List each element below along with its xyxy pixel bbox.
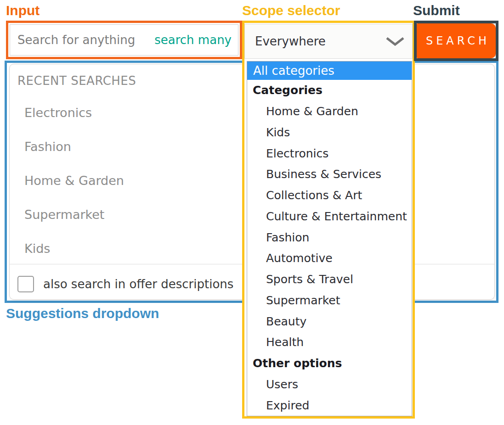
scope-option[interactable]: Electronics <box>247 143 412 164</box>
scope-option[interactable]: Sports & Travel <box>247 269 412 290</box>
offer-descriptions-label: also search in offer descriptions <box>43 277 233 291</box>
scope-option[interactable]: Expired <box>247 395 412 416</box>
annotation-suggestions-label: Suggestions dropdown <box>6 306 159 321</box>
offer-descriptions-row[interactable]: also search in offer descriptions <box>17 274 233 294</box>
scope-option[interactable]: Culture & Entertainment <box>247 206 412 227</box>
scope-option[interactable]: Collections & Art <box>247 185 412 206</box>
submit-annotation-box: SEARCH <box>414 21 498 61</box>
recent-searches-header: RECENT SEARCHES <box>17 74 136 88</box>
scope-option[interactable]: Fashion <box>247 227 412 248</box>
scope-option[interactable]: Kids <box>247 122 412 143</box>
scope-options-list: All categories Categories Home & Garden … <box>247 61 412 416</box>
offer-descriptions-checkbox[interactable] <box>17 276 34 292</box>
scope-option[interactable]: Automotive <box>247 248 412 269</box>
scope-select[interactable]: Everywhere <box>244 24 413 59</box>
search-input[interactable]: Search for anything search many <box>10 24 238 56</box>
scope-option-all-categories[interactable]: All categories <box>247 62 412 80</box>
annotation-input-label: Input <box>6 3 40 18</box>
scope-option[interactable]: Health <box>247 332 412 353</box>
scope-option[interactable]: Users <box>247 374 412 395</box>
scope-options: Categories Home & Garden Kids Electronic… <box>247 80 412 416</box>
search-input-placeholder: Search for anything <box>17 33 135 47</box>
annotated-search-ui: Input Scope selector Submit Suggestions … <box>0 0 504 425</box>
scope-option[interactable]: Home & Garden <box>247 101 412 122</box>
scope-selected-value: Everywhere <box>255 34 326 48</box>
scope-option[interactable]: Business & Services <box>247 164 412 185</box>
chevron-down-icon <box>385 37 405 46</box>
search-button[interactable]: SEARCH <box>417 23 496 58</box>
scope-option[interactable]: Categories <box>247 80 412 101</box>
scope-option[interactable]: Supermarket <box>247 290 412 311</box>
scope-option[interactable]: Beauty <box>247 311 412 332</box>
scope-option[interactable]: Other options <box>247 353 412 374</box>
scope-annotation-box: Everywhere All categories Categories Hom… <box>242 21 415 419</box>
annotation-scope-label: Scope selector <box>242 3 340 18</box>
search-many-link[interactable]: search many <box>154 33 232 47</box>
annotation-submit-label: Submit <box>413 3 460 18</box>
